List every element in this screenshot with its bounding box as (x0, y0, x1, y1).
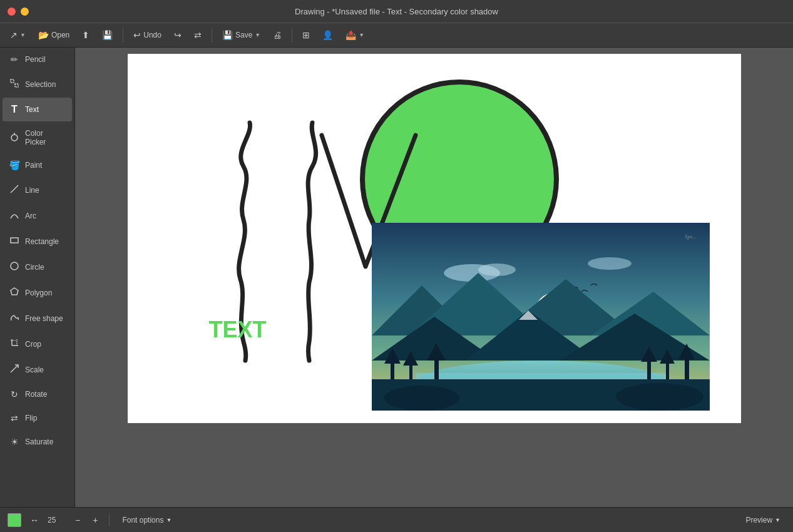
pencil-label: Pencil (25, 55, 46, 64)
free-shape-label: Free shape (25, 314, 63, 323)
arc-label: Arc (25, 212, 36, 220)
zoom-out-button[interactable]: − (71, 514, 84, 526)
crop-icon (9, 338, 20, 350)
svg-point-19 (588, 257, 632, 270)
svg-point-43 (384, 386, 459, 411)
rectangle-icon (9, 235, 20, 247)
toolbar: ↗ ▼ 📂 Open ⬆ 💾 ↩ Undo ↪ ⇄ 💾 Save ▼ 🖨 ⊞ 👤… (0, 23, 793, 48)
canvas-area[interactable]: TEXT (75, 48, 793, 507)
print-button[interactable]: 🖨 (268, 28, 287, 43)
sidebar-item-rotate[interactable]: ↻ Rotate (3, 383, 72, 406)
minimize-button[interactable] (21, 8, 29, 16)
scale-icon (9, 364, 20, 376)
export-button[interactable]: ⬆ (77, 28, 95, 43)
sidebar-item-scale[interactable]: Scale (3, 357, 72, 382)
redo-button[interactable]: ↪ (169, 28, 187, 43)
traffic-lights (8, 8, 29, 16)
canvas-text: TEXT (209, 317, 267, 343)
swap-colors-button[interactable]: ↔ (26, 514, 43, 526)
svg-line-12 (11, 365, 18, 372)
zoom-value: 25 (48, 516, 66, 524)
rectangle-label: Rectangle (25, 237, 59, 246)
sidebar-item-text[interactable]: T Text (3, 98, 72, 121)
share-icon: 📤 (345, 30, 356, 40)
sidebar-item-free-shape[interactable]: Free shape (3, 306, 72, 330)
save-as-button[interactable]: 💾 (97, 28, 118, 43)
preview-button[interactable]: Preview ▼ (740, 514, 785, 526)
svg-point-18 (478, 263, 516, 276)
sidebar-item-pencil[interactable]: ✏ Pencil (3, 48, 72, 71)
sidebar-item-crop[interactable]: Crop (3, 332, 72, 356)
preview-label: Preview (745, 516, 772, 524)
selection-icon (9, 78, 20, 90)
svg-rect-33 (409, 364, 412, 379)
arc-icon (9, 210, 20, 222)
flip-icon: ⇄ (9, 413, 20, 423)
color-swatch[interactable] (8, 513, 21, 527)
effects-button[interactable]: 👤 (317, 28, 338, 43)
text-label: Text (25, 105, 39, 114)
line-label: Line (25, 186, 39, 195)
print-icon: 🖨 (273, 30, 282, 40)
sidebar-item-selection[interactable]: Selection (3, 72, 72, 96)
select-all-button[interactable]: ⊞ (297, 28, 315, 43)
svg-rect-0 (11, 79, 14, 83)
sidebar-item-saturate[interactable]: ☀ Saturate (3, 431, 72, 453)
font-options-button[interactable]: Font options ▼ (117, 514, 177, 526)
saturate-icon: ☀ (9, 437, 20, 447)
undo-icon: ↩ (133, 30, 141, 40)
sidebar-item-polygon[interactable]: Polygon (3, 280, 72, 305)
sidebar-item-flip[interactable]: ⇄ Flip (3, 407, 72, 429)
sidebar-item-line[interactable]: Line (3, 178, 72, 202)
open-icon: 📂 (38, 30, 49, 40)
sidebar-item-circle[interactable]: Circle (3, 255, 72, 279)
svg-line-4 (11, 185, 18, 193)
rotate-icon: ↻ (9, 389, 20, 399)
circle-icon (9, 261, 20, 273)
close-button[interactable] (8, 8, 16, 16)
open-label: Open (51, 31, 69, 39)
toolbar-separator-2 (212, 28, 212, 43)
color-picker-label: Color Picker (25, 129, 66, 146)
toolbar-separator-1 (123, 28, 123, 43)
svg-point-2 (11, 135, 18, 141)
resize-icon: ⇄ (194, 30, 202, 40)
bottom-separator (109, 514, 110, 526)
polygon-label: Polygon (25, 289, 52, 297)
save-as-icon: 💾 (102, 30, 113, 40)
open-button[interactable]: 📂 Open (33, 28, 74, 43)
circle-label: Circle (25, 263, 44, 272)
font-options-label: Font options (122, 516, 163, 524)
svg-point-44 (616, 383, 703, 411)
flip-label: Flip (25, 414, 37, 422)
svg-rect-1 (15, 84, 18, 87)
sidebar-item-rectangle[interactable]: Rectangle (3, 229, 72, 253)
share-button[interactable]: 📤 ▼ (340, 28, 369, 43)
pencil-icon: ✏ (9, 54, 20, 64)
share-arrow-icon: ▼ (359, 32, 364, 38)
free-shape-icon (9, 312, 20, 324)
redo-icon: ↪ (174, 30, 182, 40)
save-label: Save (235, 31, 252, 39)
paint-icon: 🪣 (9, 160, 20, 170)
sidebar-item-arc[interactable]: Arc (3, 203, 72, 228)
paint-label: Paint (25, 161, 42, 170)
line-icon (9, 184, 20, 196)
svg-rect-39 (666, 362, 669, 379)
zoom-in-button[interactable]: + (89, 514, 101, 526)
svg-text:Spr...: Spr... (685, 233, 696, 240)
sidebar: ✏ Pencil Selection T Text Color Picker 🪣… (0, 48, 75, 507)
resize-button[interactable]: ⇄ (189, 28, 207, 43)
new-button[interactable]: ↗ ▼ (5, 28, 31, 43)
title-bar: Drawing - *Unsaved file - Text - Seconda… (0, 0, 793, 23)
select-all-icon: ⊞ (302, 30, 310, 40)
sidebar-item-paint[interactable]: 🪣 Paint (3, 154, 72, 176)
canvas[interactable]: TEXT (128, 54, 741, 423)
save-button[interactable]: 💾 Save ▼ (217, 28, 265, 43)
undo-label: Undo (143, 31, 161, 39)
sidebar-item-color-picker[interactable]: Color Picker (3, 123, 72, 153)
toolbar-separator-3 (292, 28, 292, 43)
svg-marker-7 (11, 288, 18, 295)
new-icon: ↗ (10, 30, 18, 40)
undo-button[interactable]: ↩ Undo (128, 28, 166, 43)
